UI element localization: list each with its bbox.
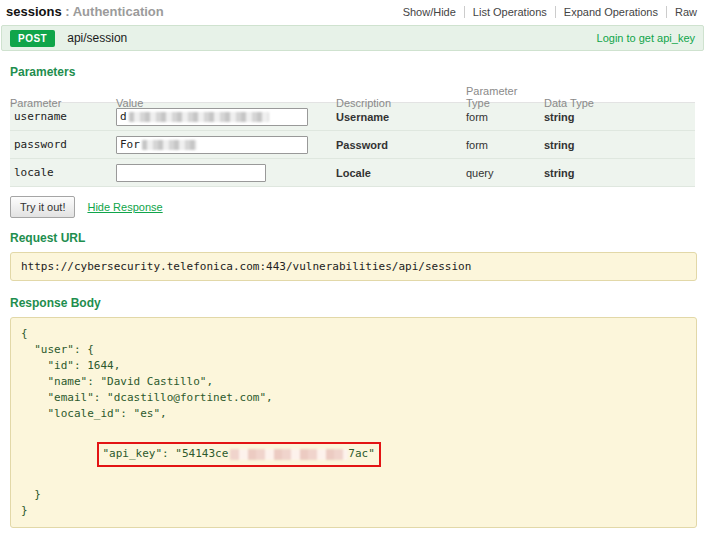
hide-response-link[interactable]: Hide Response [87, 201, 162, 213]
request-url-section: Request URL https://cybersecurity.telefo… [0, 231, 705, 281]
table-header-row: Parameter Value Description Parameter Ty… [10, 85, 695, 103]
redacted-password [142, 140, 197, 150]
show-hide-link[interactable]: Show/Hide [395, 6, 464, 18]
response-body-heading: Response Body [10, 296, 695, 310]
login-api-key-link[interactable]: Login to get api_key [597, 32, 695, 44]
resource-name: sessions [6, 4, 62, 19]
resource-description: : Authentication [62, 4, 164, 19]
api-key-highlight-box: "api_key": "54143ce7ac" [97, 442, 380, 467]
col-description: Description [336, 97, 466, 109]
col-parameter: Parameter [10, 97, 116, 109]
json-line: } [21, 487, 686, 503]
locale-input[interactable] [116, 164, 266, 182]
list-operations-link[interactable]: List Operations [464, 6, 555, 18]
redacted-api-key [230, 449, 348, 460]
json-line: "locale_id": "es", [21, 406, 686, 422]
param-data-type: string [544, 139, 695, 151]
api-key-suffix: 7ac" [348, 447, 375, 460]
username-input[interactable]: d [116, 108, 308, 126]
col-data-type: Data Type [544, 97, 695, 109]
endpoint-path[interactable]: api/session [67, 31, 127, 45]
table-row: password For Password form string [10, 131, 695, 159]
api-key-prefix: "api_key": "54143ce [102, 447, 228, 460]
actions-row: Try it out! Hide Response [10, 196, 695, 218]
param-description: Username [336, 111, 466, 123]
password-input[interactable]: For [116, 136, 308, 154]
request-url-box: https://cybersecurity.telefonica.com:443… [10, 252, 697, 281]
parameters-section: Parameters Parameter Value Description P… [0, 65, 705, 218]
col-parameter-type: Parameter Type [466, 85, 544, 109]
raw-link[interactable]: Raw [666, 6, 699, 18]
parameters-table: Parameter Value Description Parameter Ty… [10, 85, 695, 187]
param-data-type: string [544, 167, 695, 179]
redacted-username [129, 112, 269, 122]
param-data-type: string [544, 111, 695, 123]
top-bar: sessions : Authentication Show/Hide List… [0, 0, 705, 22]
page-title: sessions : Authentication [6, 4, 164, 19]
try-it-out-button[interactable]: Try it out! [10, 196, 75, 218]
http-method-badge[interactable]: POST [10, 30, 55, 47]
param-type: query [466, 167, 544, 179]
json-line: "user": { [21, 342, 686, 358]
json-line: } [21, 503, 686, 519]
param-name-locale: locale [10, 166, 116, 179]
username-value: d [120, 110, 127, 123]
table-row: locale Locale query string [10, 159, 695, 187]
json-line: "email": "dcastillo@fortinet.com", [21, 390, 686, 406]
param-name-password: password [10, 138, 116, 151]
expand-operations-link[interactable]: Expand Operations [555, 6, 666, 18]
response-body-box: { "user": { "id": 1644, "name": "David C… [10, 317, 697, 528]
password-value: For [120, 138, 140, 151]
json-line: { [21, 326, 686, 342]
endpoint-bar[interactable]: POST api/session Login to get api_key [1, 25, 704, 51]
param-type: form [466, 111, 544, 123]
response-body-section: Response Body { "user": { "id": 1644, "n… [0, 296, 705, 528]
param-description: Locale [336, 167, 466, 179]
param-name-username: username [10, 110, 116, 123]
api-key-line: "api_key": "54143ce7ac" [21, 422, 686, 487]
json-line: "id": 1644, [21, 358, 686, 374]
swagger-page: sessions : Authentication Show/Hide List… [0, 0, 705, 536]
param-type: form [466, 139, 544, 151]
parameters-heading: Parameters [10, 65, 695, 79]
param-description: Password [336, 139, 466, 151]
top-nav: Show/Hide List Operations Expand Operati… [395, 4, 699, 18]
json-line: "name": "David Castillo", [21, 374, 686, 390]
request-url-heading: Request URL [10, 231, 695, 245]
